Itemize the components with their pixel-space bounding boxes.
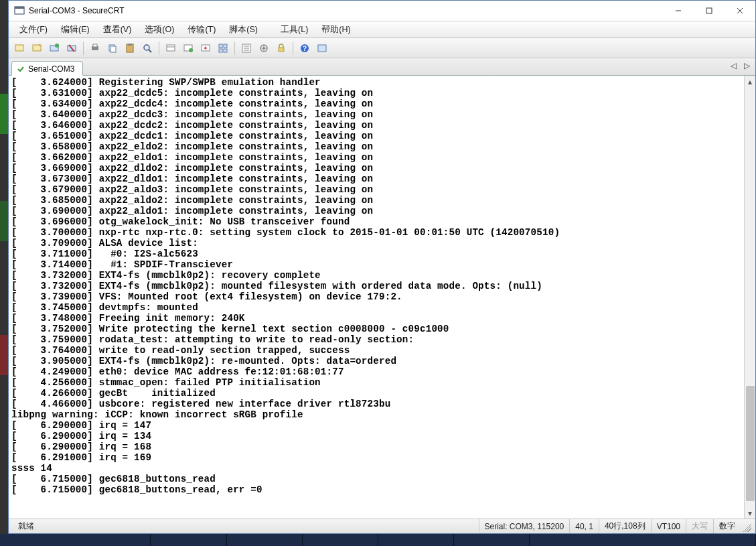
- tab-label: Serial-COM3: [28, 64, 74, 74]
- statusbar: 就绪 Serial: COM3, 115200 40, 1 40行,108列 V…: [9, 519, 755, 533]
- svg-rect-17: [128, 44, 132, 46]
- find-icon[interactable]: [139, 40, 155, 56]
- disconnect-icon[interactable]: [64, 40, 80, 56]
- menu-file[interactable]: 文件(F): [13, 22, 54, 38]
- sessions-icon[interactable]: [163, 40, 179, 56]
- window-title: Serial-COM3 - SecureCRT: [29, 6, 124, 15]
- status-ready: 就绪: [13, 519, 40, 533]
- svg-point-9: [55, 44, 59, 48]
- svg-rect-1: [15, 7, 24, 9]
- lock-icon[interactable]: [273, 40, 289, 56]
- status-connection: Serial: COM3, 115200: [479, 519, 570, 533]
- help-icon[interactable]: ?: [297, 40, 313, 56]
- tile-icon[interactable]: [215, 40, 231, 56]
- reconnect-icon[interactable]: [46, 40, 62, 56]
- svg-rect-15: [110, 46, 116, 52]
- menu-tools[interactable]: 工具(L): [274, 22, 315, 38]
- resize-grip-icon[interactable]: [741, 521, 751, 532]
- svg-rect-29: [224, 49, 227, 52]
- svg-rect-35: [279, 48, 284, 52]
- status-caps: 大写: [686, 519, 713, 533]
- minimize-button[interactable]: [663, 1, 694, 21]
- svg-rect-20: [167, 45, 175, 51]
- menu-options[interactable]: 选项(O): [138, 22, 181, 38]
- vertical-scrollbar[interactable]: ▴ ▾: [744, 76, 755, 519]
- svg-rect-28: [219, 49, 222, 52]
- app-icon: [14, 5, 25, 16]
- script-icon[interactable]: [256, 40, 272, 56]
- status-size: 40行,108列: [599, 519, 651, 533]
- app-window: Serial-COM3 - SecureCRT 文件(F) 编辑(E) 查看(V…: [8, 0, 756, 534]
- new-session-icon[interactable]: ✶: [198, 40, 214, 56]
- scroll-thumb[interactable]: [746, 386, 755, 501]
- terminal-area: [ 3.624000] Registering SWP/SWPB emulati…: [9, 76, 755, 519]
- menu-help[interactable]: 帮助(H): [315, 22, 357, 38]
- titlebar[interactable]: Serial-COM3 - SecureCRT: [9, 1, 755, 21]
- svg-text:✶: ✶: [203, 45, 208, 52]
- maximize-button[interactable]: [694, 1, 725, 21]
- terminal-output[interactable]: [ 3.624000] Registering SWP/SWPB emulati…: [9, 76, 744, 519]
- about-icon[interactable]: [314, 40, 330, 56]
- svg-rect-27: [224, 44, 227, 48]
- paste-icon[interactable]: [122, 40, 138, 56]
- menubar: 文件(F) 编辑(E) 查看(V) 选项(O) 传输(T) 脚本(S) 工具(L…: [9, 21, 755, 38]
- status-num: 数字: [713, 519, 741, 533]
- copy-icon[interactable]: [104, 40, 121, 56]
- close-button[interactable]: [725, 1, 755, 21]
- toolbar: ✶ ?: [9, 38, 755, 58]
- svg-rect-38: [318, 45, 326, 52]
- status-emulation: VT100: [651, 519, 686, 533]
- menu-script[interactable]: 脚本(S): [222, 22, 264, 38]
- svg-rect-3: [706, 8, 712, 13]
- svg-rect-6: [15, 45, 23, 51]
- menu-edit[interactable]: 编辑(E): [54, 22, 96, 38]
- options-icon[interactable]: [238, 40, 254, 56]
- connected-icon: [16, 64, 25, 74]
- properties-icon[interactable]: [180, 40, 196, 56]
- menu-view[interactable]: 查看(V): [96, 22, 139, 38]
- svg-rect-26: [219, 44, 222, 48]
- svg-text:?: ?: [303, 45, 307, 52]
- print-icon[interactable]: [87, 40, 103, 56]
- svg-point-18: [144, 45, 149, 50]
- menu-transfer[interactable]: 传输(T): [181, 22, 222, 38]
- scroll-up-icon[interactable]: ▴: [745, 76, 755, 87]
- scroll-down-icon[interactable]: ▾: [745, 507, 755, 519]
- desktop-fragment: [0, 0, 8, 546]
- tab-prev-icon[interactable]: ◁: [729, 61, 738, 70]
- tab-next-icon[interactable]: ▷: [742, 61, 751, 70]
- connect-icon[interactable]: [11, 40, 27, 56]
- svg-line-19: [149, 50, 151, 52]
- svg-rect-13: [93, 44, 97, 47]
- svg-point-23: [189, 48, 193, 52]
- tabstrip: Serial-COM3 ◁ ▷: [9, 58, 755, 76]
- quick-connect-icon[interactable]: [29, 40, 45, 56]
- status-cursor: 40, 1: [569, 519, 599, 533]
- tab-serial-com3[interactable]: Serial-COM3: [11, 61, 83, 76]
- taskbar-fragment: [0, 534, 756, 546]
